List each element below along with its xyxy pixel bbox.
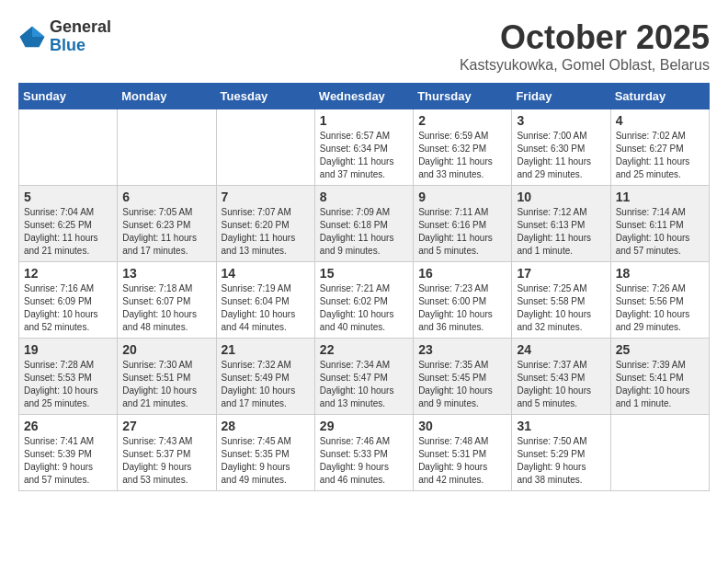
day-number: 16 [418, 266, 506, 281]
page-header: General Blue October 2025 Kastsyukowka, … [18, 18, 710, 74]
day-number: 14 [222, 266, 310, 281]
day-info: Sunrise: 7:09 AM Sunset: 6:18 PM Dayligh… [320, 206, 408, 258]
day-info: Sunrise: 7:34 AM Sunset: 5:47 PM Dayligh… [320, 359, 408, 410]
title-section: October 2025 Kastsyukowka, Gomel Oblast,… [460, 18, 710, 74]
day-number: 3 [517, 113, 605, 128]
calendar-cell: 28Sunrise: 7:45 AM Sunset: 5:35 PM Dayli… [216, 415, 314, 491]
header-cell-thursday: Thursday [414, 84, 512, 109]
calendar-cell: 29Sunrise: 7:46 AM Sunset: 5:33 PM Dayli… [314, 415, 413, 491]
calendar-cell: 30Sunrise: 7:48 AM Sunset: 5:31 PM Dayli… [414, 415, 512, 491]
day-number: 12 [24, 266, 112, 281]
day-number: 7 [222, 190, 310, 204]
day-number: 21 [222, 342, 310, 357]
calendar-cell: 14Sunrise: 7:19 AM Sunset: 6:04 PM Dayli… [216, 262, 314, 339]
day-info: Sunrise: 7:26 AM Sunset: 5:56 PM Dayligh… [616, 282, 704, 334]
day-info: Sunrise: 7:18 AM Sunset: 6:07 PM Dayligh… [122, 282, 210, 334]
logo-text: General Blue [50, 18, 111, 55]
calendar-cell: 7Sunrise: 7:07 AM Sunset: 6:20 PM Daylig… [216, 186, 314, 262]
header-cell-tuesday: Tuesday [216, 84, 314, 109]
header-cell-monday: Monday [118, 84, 216, 109]
month-title: October 2025 [460, 18, 710, 57]
day-number: 24 [517, 342, 605, 357]
day-info: Sunrise: 7:07 AM Sunset: 6:20 PM Dayligh… [222, 206, 310, 258]
calendar-cell: 13Sunrise: 7:18 AM Sunset: 6:07 PM Dayli… [118, 262, 216, 339]
header-cell-sunday: Sunday [19, 84, 118, 109]
week-row-3: 12Sunrise: 7:16 AM Sunset: 6:09 PM Dayli… [19, 262, 710, 339]
calendar-cell [118, 109, 216, 186]
calendar-cell: 1Sunrise: 6:57 AM Sunset: 6:34 PM Daylig… [314, 109, 413, 186]
day-info: Sunrise: 7:25 AM Sunset: 5:58 PM Dayligh… [517, 282, 605, 334]
logo-icon [18, 23, 46, 51]
day-number: 30 [418, 419, 506, 433]
day-info: Sunrise: 7:28 AM Sunset: 5:53 PM Dayligh… [24, 359, 112, 410]
day-number: 11 [616, 190, 704, 204]
calendar-cell [19, 109, 118, 186]
day-number: 29 [320, 419, 408, 433]
day-number: 19 [24, 342, 112, 357]
week-row-4: 19Sunrise: 7:28 AM Sunset: 5:53 PM Dayli… [19, 339, 710, 415]
header-cell-friday: Friday [512, 84, 610, 109]
calendar-cell [216, 109, 314, 186]
day-info: Sunrise: 7:12 AM Sunset: 6:13 PM Dayligh… [517, 206, 605, 258]
day-number: 2 [418, 113, 506, 128]
location: Kastsyukowka, Gomel Oblast, Belarus [460, 57, 710, 74]
day-number: 20 [122, 342, 210, 357]
header-cell-saturday: Saturday [610, 84, 709, 109]
calendar-cell: 31Sunrise: 7:50 AM Sunset: 5:29 PM Dayli… [512, 415, 610, 491]
day-info: Sunrise: 7:43 AM Sunset: 5:37 PM Dayligh… [122, 435, 210, 487]
day-info: Sunrise: 7:48 AM Sunset: 5:31 PM Dayligh… [418, 435, 506, 487]
day-number: 22 [320, 342, 408, 357]
logo: General Blue [18, 18, 111, 55]
day-info: Sunrise: 7:35 AM Sunset: 5:45 PM Dayligh… [418, 359, 506, 410]
calendar-cell: 15Sunrise: 7:21 AM Sunset: 6:02 PM Dayli… [314, 262, 413, 339]
day-info: Sunrise: 7:19 AM Sunset: 6:04 PM Dayligh… [222, 282, 310, 334]
calendar-cell: 25Sunrise: 7:39 AM Sunset: 5:41 PM Dayli… [610, 339, 709, 415]
calendar-cell: 20Sunrise: 7:30 AM Sunset: 5:51 PM Dayli… [118, 339, 216, 415]
calendar-cell: 23Sunrise: 7:35 AM Sunset: 5:45 PM Dayli… [414, 339, 512, 415]
calendar-cell: 21Sunrise: 7:32 AM Sunset: 5:49 PM Dayli… [216, 339, 314, 415]
svg-marker-2 [20, 27, 33, 37]
day-info: Sunrise: 7:39 AM Sunset: 5:41 PM Dayligh… [616, 359, 704, 410]
calendar-cell: 19Sunrise: 7:28 AM Sunset: 5:53 PM Dayli… [19, 339, 118, 415]
day-info: Sunrise: 7:30 AM Sunset: 5:51 PM Dayligh… [122, 359, 210, 410]
day-info: Sunrise: 7:41 AM Sunset: 5:39 PM Dayligh… [24, 435, 112, 487]
day-number: 8 [320, 190, 408, 204]
calendar-cell: 11Sunrise: 7:14 AM Sunset: 6:11 PM Dayli… [610, 186, 709, 262]
day-info: Sunrise: 7:23 AM Sunset: 6:00 PM Dayligh… [418, 282, 506, 334]
day-info: Sunrise: 7:16 AM Sunset: 6:09 PM Dayligh… [24, 282, 112, 334]
day-number: 13 [122, 266, 210, 281]
calendar-cell: 6Sunrise: 7:05 AM Sunset: 6:23 PM Daylig… [118, 186, 216, 262]
calendar-cell: 16Sunrise: 7:23 AM Sunset: 6:00 PM Dayli… [414, 262, 512, 339]
day-number: 31 [517, 419, 605, 433]
day-number: 4 [616, 113, 704, 128]
calendar-cell: 18Sunrise: 7:26 AM Sunset: 5:56 PM Dayli… [610, 262, 709, 339]
day-info: Sunrise: 7:00 AM Sunset: 6:30 PM Dayligh… [517, 130, 605, 181]
day-number: 18 [616, 266, 704, 281]
day-info: Sunrise: 7:37 AM Sunset: 5:43 PM Dayligh… [517, 359, 605, 410]
day-number: 17 [517, 266, 605, 281]
day-info: Sunrise: 7:02 AM Sunset: 6:27 PM Dayligh… [616, 130, 704, 181]
calendar-cell: 17Sunrise: 7:25 AM Sunset: 5:58 PM Dayli… [512, 262, 610, 339]
calendar-cell [610, 415, 709, 491]
calendar-cell: 24Sunrise: 7:37 AM Sunset: 5:43 PM Dayli… [512, 339, 610, 415]
calendar-cell: 22Sunrise: 7:34 AM Sunset: 5:47 PM Dayli… [314, 339, 413, 415]
day-number: 9 [418, 190, 506, 204]
day-info: Sunrise: 7:21 AM Sunset: 6:02 PM Dayligh… [320, 282, 408, 334]
day-info: Sunrise: 6:57 AM Sunset: 6:34 PM Dayligh… [320, 130, 408, 181]
calendar-cell: 10Sunrise: 7:12 AM Sunset: 6:13 PM Dayli… [512, 186, 610, 262]
calendar-cell: 12Sunrise: 7:16 AM Sunset: 6:09 PM Dayli… [19, 262, 118, 339]
day-number: 5 [24, 190, 112, 204]
day-number: 15 [320, 266, 408, 281]
calendar-cell: 3Sunrise: 7:00 AM Sunset: 6:30 PM Daylig… [512, 109, 610, 186]
header-row: SundayMondayTuesdayWednesdayThursdayFrid… [19, 84, 710, 109]
logo-general: General [50, 18, 111, 37]
calendar-cell: 9Sunrise: 7:11 AM Sunset: 6:16 PM Daylig… [414, 186, 512, 262]
day-number: 1 [320, 113, 408, 128]
day-info: Sunrise: 7:04 AM Sunset: 6:25 PM Dayligh… [24, 206, 112, 258]
calendar-cell: 5Sunrise: 7:04 AM Sunset: 6:25 PM Daylig… [19, 186, 118, 262]
calendar-cell: 4Sunrise: 7:02 AM Sunset: 6:27 PM Daylig… [610, 109, 709, 186]
logo-blue: Blue [50, 37, 111, 55]
day-info: Sunrise: 7:50 AM Sunset: 5:29 PM Dayligh… [517, 435, 605, 487]
calendar-cell: 2Sunrise: 6:59 AM Sunset: 6:32 PM Daylig… [414, 109, 512, 186]
day-info: Sunrise: 7:46 AM Sunset: 5:33 PM Dayligh… [320, 435, 408, 487]
